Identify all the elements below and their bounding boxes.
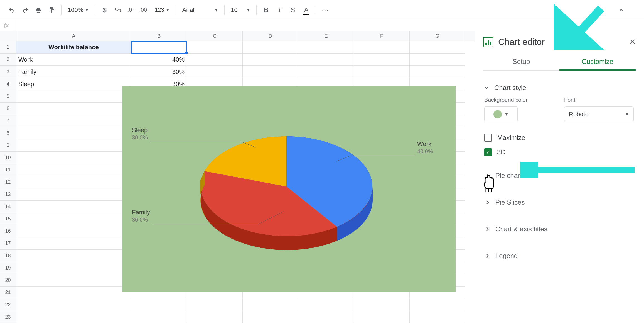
zoom-dropdown[interactable]: 100%▼ <box>65 4 92 16</box>
cell[interactable] <box>243 66 298 78</box>
cell[interactable] <box>131 311 187 323</box>
row-header-9[interactable]: 9 <box>0 139 16 152</box>
tab-setup[interactable]: Setup <box>483 54 559 70</box>
cell[interactable] <box>298 299 354 311</box>
row-header-21[interactable]: 21 <box>0 287 16 299</box>
cell-A3[interactable]: Family <box>16 66 131 78</box>
col-header-G[interactable]: G <box>410 31 465 41</box>
currency-button[interactable]: $ <box>99 4 111 16</box>
formula-input[interactable] <box>14 20 644 31</box>
cell-B2[interactable]: 40% <box>131 54 187 66</box>
row-header-11[interactable]: 11 <box>0 164 16 176</box>
format-dropdown[interactable]: 123▼ <box>152 4 172 16</box>
cell[interactable] <box>243 311 298 323</box>
cell[interactable] <box>354 54 410 66</box>
row-header-1[interactable]: 1 <box>0 41 16 54</box>
row-header-13[interactable]: 13 <box>0 188 16 201</box>
row-header-17[interactable]: 17 <box>0 237 16 250</box>
row-header-23[interactable]: 23 <box>0 311 16 323</box>
cell[interactable] <box>16 311 131 323</box>
col-header-D[interactable]: D <box>243 31 298 41</box>
close-button[interactable]: ✕ <box>629 37 636 47</box>
increase-decimal-button[interactable]: .00→ <box>139 4 151 16</box>
col-header-C[interactable]: C <box>187 31 243 41</box>
cell-A4[interactable]: Sleep <box>16 78 131 90</box>
cell[interactable] <box>243 299 298 311</box>
cell[interactable] <box>16 201 131 213</box>
row-header-5[interactable]: 5 <box>0 90 16 103</box>
cell[interactable] <box>298 54 354 66</box>
cell[interactable] <box>187 54 243 66</box>
cell[interactable] <box>16 164 131 176</box>
row-header-16[interactable]: 16 <box>0 225 16 237</box>
cell[interactable] <box>16 127 131 139</box>
row-header-6[interactable]: 6 <box>0 103 16 115</box>
cell[interactable] <box>298 66 354 78</box>
strikethrough-button[interactable]: S <box>287 4 299 16</box>
col-header-E[interactable]: E <box>298 31 354 41</box>
font-picker[interactable]: Roboto ▼ <box>564 106 634 122</box>
cell[interactable] <box>16 103 131 115</box>
pie-chart[interactable]: Work40.0% Sleep30.0% Family30.0% <box>122 86 456 292</box>
section-pie-slices[interactable]: Pie Slices <box>483 192 636 213</box>
undo-button[interactable] <box>6 4 18 16</box>
cell[interactable] <box>410 41 465 54</box>
cell[interactable] <box>187 311 243 323</box>
col-header-A[interactable]: A <box>16 31 131 41</box>
cell[interactable] <box>16 287 131 299</box>
cell[interactable] <box>298 41 354 54</box>
percent-button[interactable]: % <box>112 4 124 16</box>
row-header-8[interactable]: 8 <box>0 127 16 139</box>
cell[interactable] <box>16 237 131 250</box>
italic-button[interactable]: I <box>273 4 286 16</box>
cell[interactable] <box>187 66 243 78</box>
tab-customize[interactable]: Customize <box>559 54 636 71</box>
col-header-F[interactable]: F <box>354 31 410 41</box>
section-chart-axis-titles[interactable]: Chart & axis titles <box>483 219 636 240</box>
cell[interactable] <box>298 311 354 323</box>
cell[interactable] <box>16 115 131 127</box>
section-pie-chart[interactable]: Pie chart <box>483 165 636 186</box>
row-header-20[interactable]: 20 <box>0 274 16 287</box>
cell[interactable] <box>16 262 131 274</box>
checkbox-maximize[interactable] <box>484 134 492 142</box>
cell-B1[interactable] <box>131 41 187 54</box>
decrease-decimal-button[interactable]: .0← <box>125 4 137 16</box>
row-header-22[interactable]: 22 <box>0 299 16 311</box>
cell[interactable] <box>410 311 465 323</box>
cell[interactable] <box>16 139 131 152</box>
cell[interactable] <box>354 66 410 78</box>
col-header-B[interactable]: B <box>131 31 187 41</box>
section-legend[interactable]: Legend <box>483 245 636 266</box>
row-header-7[interactable]: 7 <box>0 115 16 127</box>
cell[interactable] <box>243 54 298 66</box>
cell[interactable] <box>16 250 131 262</box>
row-header-12[interactable]: 12 <box>0 176 16 188</box>
select-all-corner[interactable] <box>0 31 16 41</box>
collapse-toolbar-button[interactable] <box>615 4 627 16</box>
cell[interactable] <box>243 41 298 54</box>
print-button[interactable] <box>32 4 45 16</box>
row-header-2[interactable]: 2 <box>0 54 16 66</box>
cell[interactable] <box>354 299 410 311</box>
paint-format-button[interactable] <box>46 4 58 16</box>
cell[interactable] <box>16 299 131 311</box>
bg-color-picker[interactable]: ▼ <box>484 106 518 122</box>
row-header-18[interactable]: 18 <box>0 250 16 262</box>
checkbox-3d[interactable]: ✓ <box>484 148 492 156</box>
cell-A1[interactable]: Work/life balance <box>16 41 131 54</box>
font-dropdown[interactable]: Arial▼ <box>179 4 221 16</box>
cell[interactable] <box>354 41 410 54</box>
row-header-10[interactable]: 10 <box>0 152 16 164</box>
row-header-3[interactable]: 3 <box>0 66 16 78</box>
cell[interactable] <box>16 188 131 201</box>
cell[interactable] <box>16 225 131 237</box>
row-header-4[interactable]: 4 <box>0 78 16 90</box>
cell[interactable] <box>187 299 243 311</box>
cell[interactable] <box>16 152 131 164</box>
more-button[interactable]: ⋯ <box>319 4 331 16</box>
cell[interactable] <box>410 54 465 66</box>
cell[interactable] <box>410 299 465 311</box>
cell[interactable] <box>16 274 131 287</box>
cell[interactable] <box>16 176 131 188</box>
